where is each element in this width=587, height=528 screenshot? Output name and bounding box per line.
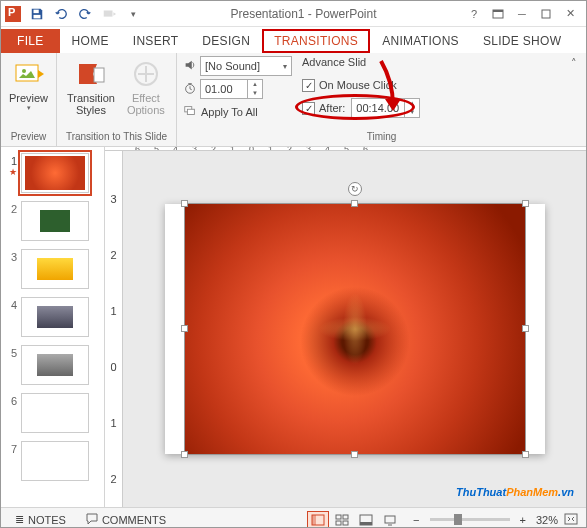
svg-rect-4 [493,10,503,12]
preview-icon [13,58,45,90]
slideshow-view-button[interactable] [379,511,401,529]
checkbox-icon: ✓ [302,79,315,92]
group-preview-label: Preview [7,129,50,144]
after-down[interactable]: ▼ [405,108,419,117]
after-input[interactable] [352,102,404,115]
notes-button[interactable]: ≣NOTES [9,513,72,526]
ruler-vertical: 321012 [105,151,123,507]
transition-styles-icon [75,58,107,90]
svg-rect-15 [336,515,341,519]
minimize-button[interactable]: ─ [510,4,534,24]
svg-rect-14 [312,515,316,525]
sound-dropdown[interactable]: [No Sound]▾ [200,56,292,76]
after-spinner[interactable]: ▲▼ [351,98,420,118]
ribbon-display-icon[interactable] [486,4,510,24]
watermark: ThuThuatPhanMem.vn [456,480,574,501]
work-area: 1★ 2 3 4 5 6 7 6543210123456 321012 ↻ [1,147,586,507]
resize-handle[interactable] [351,200,358,207]
svg-rect-5 [542,10,550,18]
slide-canvas[interactable]: ↻ ThuThuatPhanMem.vn [123,151,586,507]
slide-thumb-5[interactable] [21,345,89,385]
redo-icon[interactable] [74,3,96,25]
apply-all-icon [183,104,197,120]
status-bar: ≣NOTES COMMENTS − + 32% [1,507,586,528]
advance-slide-label: Advance Slid [302,56,420,72]
slide-thumb-7[interactable] [21,441,89,481]
slide-thumb-6[interactable] [21,393,89,433]
sorter-view-button[interactable] [331,511,353,529]
reading-view-button[interactable] [355,511,377,529]
selected-image[interactable]: ↻ [185,204,525,454]
start-from-beginning-icon[interactable] [98,3,120,25]
after-label: After: [319,102,345,114]
tab-design[interactable]: DESIGN [190,29,262,53]
svg-rect-2 [104,10,113,16]
resize-handle[interactable] [181,325,188,332]
tab-slideshow[interactable]: SLIDE SHOW [471,29,573,53]
slide[interactable]: ↻ [165,204,545,454]
slide-editor: 6543210123456 321012 ↻ ThuThuatPhanMem.v… [105,147,586,507]
resize-handle[interactable] [351,451,358,458]
group-timing-label: Timing [183,129,580,144]
apply-to-all-button[interactable]: Apply To All [183,102,292,122]
zoom-out-button[interactable]: − [409,514,423,526]
tab-transitions[interactable]: TRANSITIONS [262,29,370,53]
fit-to-window-button[interactable] [564,513,578,527]
duration-icon [183,81,197,97]
save-icon[interactable] [26,3,48,25]
svg-rect-1 [34,14,41,18]
resize-handle[interactable] [522,325,529,332]
tab-file[interactable]: FILE [1,29,60,53]
svg-rect-20 [360,522,372,525]
effect-options-button[interactable]: Effect Options [123,56,169,118]
tab-home[interactable]: HOME [60,29,121,53]
transition-styles-button[interactable]: Transition Styles [63,56,119,118]
preview-button[interactable]: Preview ▾ [7,56,50,114]
help-icon[interactable]: ? [462,4,486,24]
duration-spinner[interactable]: ▲▼ [200,79,263,99]
on-mouse-click-checkbox[interactable]: ✓ On Mouse Click [302,75,420,95]
comments-icon [86,513,98,527]
group-transition-label: Transition to This Slide [63,129,170,144]
rotation-handle[interactable]: ↻ [348,182,362,196]
effect-options-icon [130,58,162,90]
slide-thumb-4[interactable] [21,297,89,337]
duration-down[interactable]: ▼ [248,89,262,98]
svg-rect-0 [34,9,39,13]
resize-handle[interactable] [522,200,529,207]
svg-rect-16 [343,515,348,519]
resize-handle[interactable] [181,451,188,458]
collapse-ribbon-icon[interactable]: ˄ [566,57,582,73]
duration-up[interactable]: ▲ [248,80,262,89]
after-up[interactable]: ▲ [405,99,419,108]
resize-handle[interactable] [181,200,188,207]
close-button[interactable]: ✕ [558,4,582,24]
after-checkbox[interactable]: ✓ [302,102,315,115]
view-buttons [307,511,401,529]
tab-animations[interactable]: ANIMATIONS [370,29,471,53]
svg-point-7 [22,69,26,73]
slide-thumbnails-panel[interactable]: 1★ 2 3 4 5 6 7 [1,147,105,507]
zoom-level[interactable]: 32% [530,514,564,526]
comments-button[interactable]: COMMENTS [80,513,172,527]
resize-handle[interactable] [522,451,529,458]
duration-input[interactable] [201,83,247,95]
zoom-in-button[interactable]: + [516,514,530,526]
svg-rect-12 [187,109,194,114]
notes-icon: ≣ [15,513,24,526]
tab-insert[interactable]: INSERT [121,29,191,53]
app-icon [5,6,21,22]
maximize-button[interactable] [534,4,558,24]
sound-icon [183,58,197,74]
svg-rect-21 [385,516,395,523]
slide-thumb-1[interactable] [21,153,89,193]
ribbon-tabs: FILE HOME INSERT DESIGN TRANSITIONS ANIM… [1,27,586,53]
slide-thumb-3[interactable] [21,249,89,289]
qat-customize-icon[interactable]: ▾ [122,3,144,25]
undo-icon[interactable] [50,3,72,25]
zoom-slider[interactable] [430,518,510,521]
normal-view-button[interactable] [307,511,329,529]
slide-thumb-2[interactable] [21,201,89,241]
slide-number: 1 [11,155,17,167]
title-bar: ▾ Presentation1 - PowerPoint ? ─ ✕ [1,1,586,27]
